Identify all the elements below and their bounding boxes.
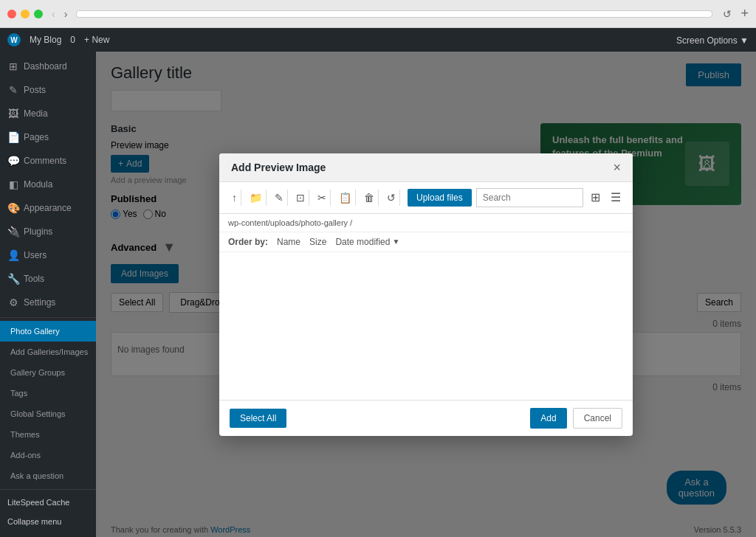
sidebar-label-tools: Tools [24,274,44,284]
users-icon: 👤 [7,249,19,261]
sidebar-item-settings[interactable]: ⚙ Settings [0,291,96,314]
browser-chrome: ‹ › ↺ + [0,0,756,28]
wp-sidebar: ⊞ Dashboard ✎ Posts 🖼 Media 📄 Pages 💬 Co… [0,52,96,537]
modal-close-button[interactable]: × [613,161,621,174]
sidebar-sub-label-tags: Tags [10,389,27,398]
sidebar-sub-label-photo-gallery: Photo Gallery [10,327,60,336]
sidebar-item-media[interactable]: 🖼 Media [0,102,96,125]
sidebar-sub-global-settings[interactable]: Global Settings [0,403,96,424]
sidebar-label-media: Media [24,108,48,119]
sidebar-label-plugins: Plugins [24,226,52,237]
sort-size[interactable]: Size [309,237,326,247]
sidebar-sub-label-global-settings: Global Settings [10,409,66,418]
order-by-label: Order by: [228,237,268,247]
sidebar-item-tools[interactable]: 🔧 Tools [0,267,96,291]
sidebar-item-dashboard[interactable]: ⊞ Dashboard [0,55,96,78]
modal-cancel-button[interactable]: Cancel [573,408,622,429]
modal-title: Add Preview Image [231,162,326,173]
modula-icon: ◧ [7,179,19,190]
toolbar-edit-icon-btn[interactable]: ✎ [271,190,288,206]
modal-footer: Select All Add Cancel [219,400,633,436]
blog-label: My Blog [30,35,61,45]
wp-main: Gallery title Publish Basic Preview imag… [96,52,756,537]
settings-icon: ⚙ [7,297,19,308]
sidebar-label-modula: Modula [24,179,52,190]
sort-date-label: Date modified [335,237,390,247]
browser-nav: ‹ › [49,7,70,21]
sidebar-item-comments[interactable]: 💬 Comments [0,149,96,173]
sidebar-item-users[interactable]: 👤 Users [0,243,96,267]
modal-overlay: Add Preview Image × ↑ 📁 ✎ ⊡ ✂ 📋 🗑 ↺ Uplo… [96,52,756,537]
wp-logo[interactable]: W [7,33,21,46]
sidebar-sub-photo-gallery[interactable]: Photo Gallery [0,321,96,342]
sidebar-sub-add-galleries[interactable]: Add Galleries/Images [0,342,96,362]
sidebar-sub-tags[interactable]: Tags [0,383,96,403]
sidebar-item-posts[interactable]: ✎ Posts [0,78,96,102]
toolbar-delete-icon-btn[interactable]: 🗑 [360,190,379,206]
modal-select-all-button[interactable]: Select All [230,409,286,428]
wp-layout: ⊞ Dashboard ✎ Posts 🖼 Media 📄 Pages 💬 Co… [0,52,756,537]
sidebar-label-users: Users [24,250,47,260]
modal-toolbar: ↑ 📁 ✎ ⊡ ✂ 📋 🗑 ↺ Upload files ⊞ ☰ [219,182,633,214]
modal-add-button[interactable]: Add [530,408,566,429]
sidebar-item-modula[interactable]: ◧ Modula [0,173,96,196]
sidebar-item-appearance[interactable]: 🎨 Appearance [0,196,96,220]
collapse-label: Collapse menu [7,517,61,526]
sidebar-item-litespeed[interactable]: LiteSpeed Cache [0,493,96,512]
notification-count: 0 [70,35,75,45]
sidebar-sub-gallery-groups[interactable]: Gallery Groups [0,362,96,383]
sort-arrow-icon: ▼ [392,238,399,246]
media-icon: 🖼 [7,108,19,119]
modal-path: wp-content/uploads/photo-gallery / [219,214,633,232]
sort-name[interactable]: Name [277,237,300,247]
sidebar-sub-ask-question[interactable]: Ask a question [0,465,96,486]
modal-sort: Order by: Name Size Date modified ▼ [219,232,633,252]
modal-header: Add Preview Image × [219,153,633,182]
sidebar-sub-label-themes: Themes [10,430,40,439]
sidebar-sub-label-gallery-groups: Gallery Groups [10,368,65,377]
modal-content-area [219,252,633,400]
sidebar-label-dashboard: Dashboard [24,61,67,72]
sidebar-item-pages[interactable]: 📄 Pages [0,125,96,149]
sort-date-modified[interactable]: Date modified ▼ [335,237,399,247]
sidebar-sub-label-add-galleries: Add Galleries/Images [10,347,88,356]
sidebar-separator-2 [0,489,96,490]
sidebar-label-posts: Posts [24,85,46,95]
toolbar-refresh-icon-btn[interactable]: ↺ [383,190,400,206]
view-list-button[interactable]: ☰ [608,189,624,206]
view-grid-button[interactable]: ⊞ [588,189,603,206]
sidebar-sub-themes[interactable]: Themes [0,424,96,445]
sidebar-collapse[interactable]: Collapse menu [0,512,96,531]
dashboard-icon: ⊞ [7,60,19,72]
modal-search-input[interactable] [476,188,583,207]
maximize-dot[interactable] [34,10,43,18]
toolbar-paste-icon-btn[interactable]: 📋 [335,190,356,206]
sidebar-label-settings: Settings [24,297,55,308]
upload-files-button[interactable]: Upload files [408,189,472,207]
new-tab-icon[interactable]: + [740,6,749,21]
sidebar-sub-add-ons[interactable]: Add-ons [0,445,96,465]
sidebar-item-plugins[interactable]: 🔌 Plugins [0,220,96,243]
toolbar-upload-icon-btn[interactable]: ↑ [228,190,241,206]
browser-url-bar[interactable] [76,10,712,18]
close-dot[interactable] [7,10,16,18]
admin-bar-new[interactable]: + New [84,35,109,45]
toolbar-cut-icon-btn[interactable]: ✂ [314,190,331,206]
wp-admin-bar: W My Blog 0 + New Screen Options ▼ [0,28,756,52]
plugins-icon: 🔌 [7,226,19,238]
back-button[interactable]: ‹ [49,7,58,21]
forward-button[interactable]: › [61,7,71,21]
browser-dots [7,10,43,18]
screen-options[interactable]: Screen Options ▼ [676,35,749,46]
admin-bar-notifications[interactable]: 0 [70,35,75,45]
minimize-dot[interactable] [21,10,30,18]
tools-icon: 🔧 [7,273,19,285]
refresh-icon[interactable]: ↺ [723,8,732,20]
sidebar-label-pages: Pages [24,132,49,142]
sidebar-label-comments: Comments [24,156,66,166]
toolbar-copy-icon-btn[interactable]: ⊡ [292,190,309,206]
new-label: + New [84,35,109,45]
sidebar-sub-label-add-ons: Add-ons [10,451,41,460]
toolbar-folder-icon-btn[interactable]: 📁 [246,190,267,206]
admin-bar-blog[interactable]: My Blog [30,35,61,45]
